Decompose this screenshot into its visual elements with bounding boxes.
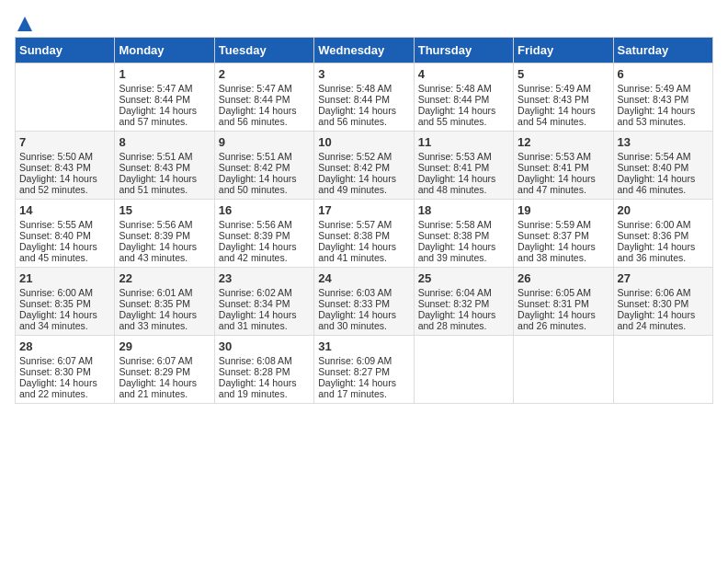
calendar-cell: 6 Sunrise: 5:49 AM Sunset: 8:43 PM Dayli… bbox=[613, 63, 712, 132]
daylight-text: Daylight: 14 hours and 33 minutes. bbox=[119, 309, 197, 331]
calendar-cell: 17 Sunrise: 5:57 AM Sunset: 8:38 PM Dayl… bbox=[314, 200, 414, 268]
sunrise-text: Sunrise: 6:00 AM bbox=[19, 287, 93, 298]
daylight-text: Daylight: 14 hours and 43 minutes. bbox=[119, 241, 197, 263]
sunrise-text: Sunrise: 5:54 AM bbox=[618, 151, 691, 162]
day-number: 15 bbox=[119, 203, 210, 217]
sunrise-text: Sunrise: 6:01 AM bbox=[119, 287, 192, 298]
day-number: 4 bbox=[418, 67, 509, 81]
day-number: 11 bbox=[418, 135, 509, 149]
daylight-text: Daylight: 14 hours and 52 minutes. bbox=[19, 173, 97, 195]
day-number: 18 bbox=[418, 203, 509, 217]
sunrise-text: Sunrise: 5:53 AM bbox=[418, 151, 492, 162]
days-of-week-row: SundayMondayTuesdayWednesdayThursdayFrid… bbox=[16, 38, 713, 63]
daylight-text: Daylight: 14 hours and 39 minutes. bbox=[418, 241, 496, 263]
daylight-text: Daylight: 14 hours and 48 minutes. bbox=[418, 173, 496, 195]
sunrise-text: Sunrise: 5:51 AM bbox=[219, 151, 292, 162]
calendar-cell: 4 Sunrise: 5:48 AM Sunset: 8:44 PM Dayli… bbox=[414, 63, 513, 132]
sunset-text: Sunset: 8:43 PM bbox=[618, 94, 689, 105]
calendar-cell: 10 Sunrise: 5:52 AM Sunset: 8:42 PM Dayl… bbox=[314, 132, 414, 200]
day-number: 10 bbox=[318, 135, 409, 149]
day-number: 2 bbox=[219, 67, 310, 81]
day-number: 14 bbox=[19, 203, 110, 217]
day-number: 21 bbox=[19, 271, 110, 285]
sunrise-text: Sunrise: 5:48 AM bbox=[318, 83, 392, 94]
calendar-cell: 18 Sunrise: 5:58 AM Sunset: 8:38 PM Dayl… bbox=[414, 200, 513, 268]
calendar-cell: 19 Sunrise: 5:59 AM Sunset: 8:37 PM Dayl… bbox=[514, 200, 613, 268]
daylight-text: Daylight: 14 hours and 19 minutes. bbox=[219, 377, 297, 399]
daylight-text: Daylight: 14 hours and 30 minutes. bbox=[318, 309, 396, 331]
calendar-cell: 5 Sunrise: 5:49 AM Sunset: 8:43 PM Dayli… bbox=[514, 63, 613, 132]
sunset-text: Sunset: 8:38 PM bbox=[418, 230, 490, 241]
col-header-tuesday: Tuesday bbox=[214, 38, 313, 63]
day-number: 22 bbox=[119, 271, 210, 285]
calendar-cell: 26 Sunrise: 6:05 AM Sunset: 8:31 PM Dayl… bbox=[514, 268, 613, 336]
sunset-text: Sunset: 8:43 PM bbox=[19, 162, 91, 173]
sunrise-text: Sunrise: 6:05 AM bbox=[518, 287, 591, 298]
sunset-text: Sunset: 8:44 PM bbox=[418, 94, 490, 105]
calendar-header: SundayMondayTuesdayWednesdayThursdayFrid… bbox=[16, 38, 713, 63]
sunset-text: Sunset: 8:33 PM bbox=[318, 298, 390, 309]
sunrise-text: Sunrise: 5:58 AM bbox=[418, 219, 492, 230]
sunset-text: Sunset: 8:43 PM bbox=[119, 162, 190, 173]
col-header-thursday: Thursday bbox=[414, 38, 513, 63]
daylight-text: Daylight: 14 hours and 54 minutes. bbox=[518, 105, 596, 127]
sunset-text: Sunset: 8:42 PM bbox=[318, 162, 390, 173]
daylight-text: Daylight: 14 hours and 46 minutes. bbox=[618, 173, 696, 195]
sunset-text: Sunset: 8:42 PM bbox=[219, 162, 290, 173]
daylight-text: Daylight: 14 hours and 31 minutes. bbox=[219, 309, 297, 331]
day-number: 19 bbox=[518, 203, 609, 217]
calendar-cell bbox=[414, 336, 513, 404]
sunset-text: Sunset: 8:41 PM bbox=[418, 162, 490, 173]
calendar-cell bbox=[613, 336, 712, 404]
sunset-text: Sunset: 8:28 PM bbox=[219, 366, 290, 377]
sunset-text: Sunset: 8:27 PM bbox=[318, 366, 390, 377]
daylight-text: Daylight: 14 hours and 41 minutes. bbox=[318, 241, 396, 263]
calendar-cell: 12 Sunrise: 5:53 AM Sunset: 8:41 PM Dayl… bbox=[514, 132, 613, 200]
sunrise-text: Sunrise: 5:53 AM bbox=[518, 151, 591, 162]
day-number: 23 bbox=[219, 271, 310, 285]
day-number: 9 bbox=[219, 135, 310, 149]
day-number: 24 bbox=[318, 271, 409, 285]
sunrise-text: Sunrise: 5:51 AM bbox=[119, 151, 192, 162]
sunset-text: Sunset: 8:39 PM bbox=[119, 230, 190, 241]
daylight-text: Daylight: 14 hours and 51 minutes. bbox=[119, 173, 197, 195]
calendar-cell: 16 Sunrise: 5:56 AM Sunset: 8:39 PM Dayl… bbox=[214, 200, 313, 268]
calendar-week-3: 14 Sunrise: 5:55 AM Sunset: 8:40 PM Dayl… bbox=[16, 200, 713, 268]
sunset-text: Sunset: 8:30 PM bbox=[618, 298, 689, 309]
sunrise-text: Sunrise: 5:57 AM bbox=[318, 219, 392, 230]
calendar-cell: 11 Sunrise: 5:53 AM Sunset: 8:41 PM Dayl… bbox=[414, 132, 513, 200]
daylight-text: Daylight: 14 hours and 42 minutes. bbox=[219, 241, 297, 263]
sunrise-text: Sunrise: 5:49 AM bbox=[518, 83, 591, 94]
sunrise-text: Sunrise: 5:48 AM bbox=[418, 83, 492, 94]
sunrise-text: Sunrise: 6:06 AM bbox=[618, 287, 691, 298]
sunset-text: Sunset: 8:31 PM bbox=[518, 298, 589, 309]
calendar-cell: 20 Sunrise: 6:00 AM Sunset: 8:36 PM Dayl… bbox=[613, 200, 712, 268]
daylight-text: Daylight: 14 hours and 38 minutes. bbox=[518, 241, 596, 263]
calendar-cell bbox=[16, 63, 115, 132]
daylight-text: Daylight: 14 hours and 56 minutes. bbox=[318, 105, 396, 127]
day-number: 25 bbox=[418, 271, 509, 285]
col-header-friday: Friday bbox=[514, 38, 613, 63]
calendar-cell: 24 Sunrise: 6:03 AM Sunset: 8:33 PM Dayl… bbox=[314, 268, 414, 336]
sunrise-text: Sunrise: 6:03 AM bbox=[318, 287, 392, 298]
calendar-cell: 3 Sunrise: 5:48 AM Sunset: 8:44 PM Dayli… bbox=[314, 63, 414, 132]
calendar-cell: 13 Sunrise: 5:54 AM Sunset: 8:40 PM Dayl… bbox=[613, 132, 712, 200]
daylight-text: Daylight: 14 hours and 50 minutes. bbox=[219, 173, 297, 195]
calendar-cell: 15 Sunrise: 5:56 AM Sunset: 8:39 PM Dayl… bbox=[115, 200, 214, 268]
daylight-text: Daylight: 14 hours and 22 minutes. bbox=[19, 377, 97, 399]
sunset-text: Sunset: 8:40 PM bbox=[19, 230, 91, 241]
daylight-text: Daylight: 14 hours and 53 minutes. bbox=[618, 105, 696, 127]
sunrise-text: Sunrise: 5:56 AM bbox=[119, 219, 192, 230]
day-number: 12 bbox=[518, 135, 609, 149]
col-header-sunday: Sunday bbox=[16, 38, 115, 63]
daylight-text: Daylight: 14 hours and 17 minutes. bbox=[318, 377, 396, 399]
sunrise-text: Sunrise: 5:47 AM bbox=[119, 83, 192, 94]
daylight-text: Daylight: 14 hours and 45 minutes. bbox=[19, 241, 97, 263]
sunrise-text: Sunrise: 6:09 AM bbox=[318, 355, 392, 366]
daylight-text: Daylight: 14 hours and 28 minutes. bbox=[418, 309, 496, 331]
day-number: 3 bbox=[318, 67, 409, 81]
sunrise-text: Sunrise: 5:50 AM bbox=[19, 151, 93, 162]
calendar-cell: 7 Sunrise: 5:50 AM Sunset: 8:43 PM Dayli… bbox=[16, 132, 115, 200]
sunset-text: Sunset: 8:35 PM bbox=[19, 298, 91, 309]
sunrise-text: Sunrise: 6:08 AM bbox=[219, 355, 292, 366]
